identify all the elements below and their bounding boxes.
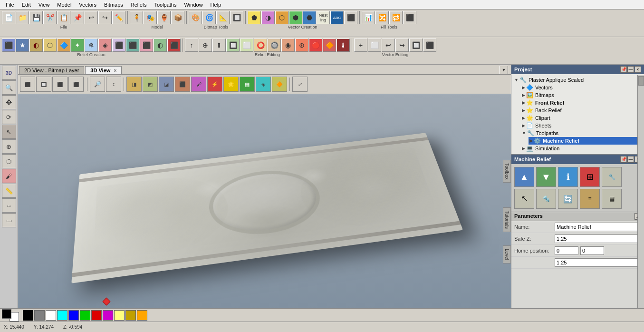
ve-btn4[interactable]: ↪: [395, 39, 409, 52]
bitmap-btn2[interactable]: 🌀: [202, 11, 216, 24]
ve-btn3[interactable]: ↩: [382, 39, 395, 52]
color-red[interactable]: [91, 310, 102, 321]
render-btn7[interactable]: ▦: [240, 77, 255, 92]
tab-menu-btn[interactable]: ▼: [500, 66, 508, 74]
color-magenta[interactable]: [103, 310, 113, 321]
view-3d-btn[interactable]: 3D: [2, 66, 16, 80]
param-home-z-input[interactable]: [555, 258, 641, 267]
tree-machine-relief[interactable]: ▶ ⚙️ Machine Relief: [529, 137, 642, 145]
tree-back-relief[interactable]: ▶ ⭐ Back Relief: [521, 107, 642, 114]
color-green[interactable]: [80, 310, 90, 321]
paint-btn[interactable]: 🖌: [2, 169, 16, 183]
render-btn5[interactable]: ⚡: [207, 77, 222, 92]
color-blue[interactable]: [68, 310, 79, 321]
re-btn8[interactable]: ◉: [281, 39, 295, 52]
re-btn9[interactable]: ⊛: [295, 39, 308, 52]
render-btn2[interactable]: ◩: [143, 77, 158, 92]
project-min-btn[interactable]: —: [627, 66, 634, 73]
tab-close-icon[interactable]: ×: [114, 68, 116, 73]
tutorials-tab[interactable]: Tutorials: [503, 207, 511, 232]
rc-btn6[interactable]: ✦: [71, 39, 84, 52]
re-btn4[interactable]: 🔲: [226, 39, 240, 52]
node-btn[interactable]: ⊕: [2, 139, 16, 154]
rc-btn5[interactable]: 🔷: [57, 39, 70, 52]
sp-down-btn[interactable]: ▼: [536, 167, 556, 187]
rect-btn[interactable]: ▭: [2, 213, 16, 227]
paint-view-btn[interactable]: 🖌: [191, 77, 206, 92]
tab-3d[interactable]: 3D View ×: [85, 66, 122, 74]
re-btn11[interactable]: 🔶: [323, 39, 336, 52]
fill-btn4[interactable]: ⬛: [403, 11, 416, 24]
undo-btn[interactable]: ↩: [85, 11, 98, 24]
scroll-thumb[interactable]: [638, 76, 644, 86]
render-btn3[interactable]: ◪: [159, 77, 174, 92]
tree-sheets[interactable]: ▶ 📄 Sheets: [521, 122, 642, 129]
project-pin-btn[interactable]: 📌: [620, 66, 627, 73]
model-btn3[interactable]: 🏺: [157, 11, 171, 24]
open-btn[interactable]: 📁: [16, 11, 29, 24]
rc-btn1[interactable]: ⬛: [2, 39, 15, 52]
sp-fill-btn[interactable]: ▤: [602, 189, 622, 209]
re-btn3[interactable]: ⬆: [212, 39, 226, 52]
zoom-extents-btn[interactable]: 🔎: [90, 77, 105, 92]
model-btn4[interactable]: 📦: [171, 11, 184, 24]
tab-2d[interactable]: 2D View - Bitmap Layer: [19, 66, 84, 74]
color-gold[interactable]: [125, 310, 136, 321]
color-cyan[interactable]: [57, 310, 67, 321]
save-btn[interactable]: 💾: [29, 11, 43, 24]
rc-btn9[interactable]: ⬛: [112, 39, 125, 52]
menu-toolpaths[interactable]: Toolpaths: [150, 1, 180, 9]
render-btn9[interactable]: 🔶: [272, 77, 287, 92]
view-iso-btn[interactable]: 🔲: [36, 77, 51, 92]
tree-front-relief[interactable]: ▶ ⭐ Front Relief: [521, 99, 642, 107]
toolbox-tab[interactable]: Toolbox: [503, 160, 511, 183]
re-btn10[interactable]: 🔴: [309, 39, 322, 52]
sculpt-btn[interactable]: ⬡: [2, 154, 16, 168]
tree-vectors[interactable]: ▶ 🔷 Vectors: [521, 84, 642, 91]
tree-clipart[interactable]: ▶ 🌟 Clipart: [521, 114, 642, 122]
re-btn2[interactable]: ⊕: [199, 39, 212, 52]
copy-btn[interactable]: 📋: [57, 11, 70, 24]
render-btn4[interactable]: ⬛: [175, 77, 190, 92]
re-btn6[interactable]: ⭕: [254, 39, 267, 52]
paste-btn[interactable]: 📌: [71, 11, 84, 24]
subpanel-pin-btn[interactable]: 📌: [620, 156, 627, 163]
project-close-btn[interactable]: ×: [634, 66, 641, 73]
param-safez-input[interactable]: [555, 234, 641, 243]
nesting-btn[interactable]: Nesting: [317, 11, 330, 24]
tree-root[interactable]: ▼ 🔧 Plaster Applique Scaled: [513, 76, 642, 84]
bitmap-btn4[interactable]: 🔲: [230, 11, 243, 24]
bitmap-btn3[interactable]: 📐: [216, 11, 230, 24]
render-btn1[interactable]: ◨: [126, 77, 142, 92]
fill-btn3[interactable]: 🔁: [389, 11, 403, 24]
redo-btn[interactable]: ↪: [98, 11, 112, 24]
re-btn1[interactable]: ↑: [185, 39, 198, 52]
3d-canvas[interactable]: [18, 94, 511, 308]
sp-info-btn[interactable]: ℹ: [558, 167, 578, 187]
draw-btn[interactable]: ✏️: [112, 11, 125, 24]
sp-up-btn[interactable]: ▲: [514, 167, 534, 187]
tree-bitmaps[interactable]: ▶ 🖼️ Bitmaps: [521, 91, 642, 99]
menu-edit[interactable]: Edit: [18, 1, 35, 9]
ve-btn1[interactable]: +: [354, 39, 367, 52]
rotate-btn[interactable]: ⟳: [2, 110, 16, 124]
color-gray[interactable]: [34, 310, 45, 321]
rc-btn12[interactable]: ◐: [154, 39, 167, 52]
re-btn12[interactable]: 🌡: [336, 39, 350, 52]
color-black[interactable]: [23, 310, 33, 321]
sp-tool3-btn[interactable]: 🔩: [536, 189, 556, 209]
zoom-btn[interactable]: 🔍: [2, 80, 16, 95]
fill-btn2[interactable]: 🔀: [375, 11, 389, 24]
rc-btn11[interactable]: ⬛: [140, 39, 153, 52]
view-top-btn[interactable]: ⬛: [52, 77, 67, 92]
zoom-fit-btn[interactable]: ↕: [106, 77, 121, 92]
vec-btn1[interactable]: ⬟: [248, 11, 261, 24]
re-btn5[interactable]: ⬜: [240, 39, 253, 52]
vec-btn2[interactable]: ◑: [261, 11, 275, 24]
view-front-btn[interactable]: ⬛: [20, 77, 35, 92]
subpanel-min-btn[interactable]: —: [627, 156, 634, 163]
fg-color-box[interactable]: [2, 309, 11, 319]
color-white[interactable]: [46, 310, 56, 321]
model-btn2[interactable]: 🎭: [144, 11, 157, 24]
ve-btn2[interactable]: ⬜: [368, 39, 381, 52]
